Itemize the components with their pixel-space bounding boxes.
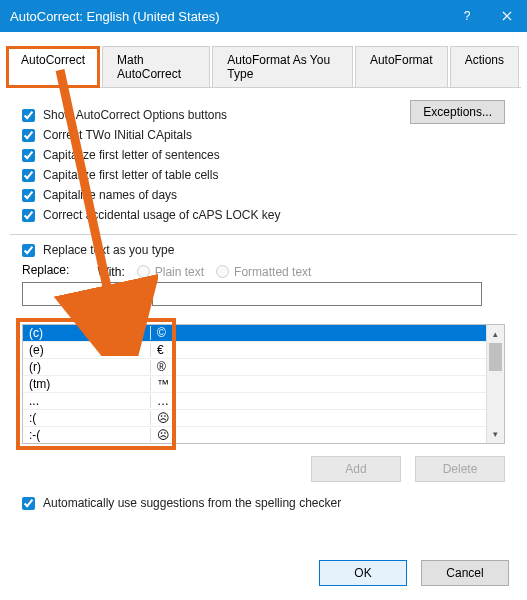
list-cell-from: (c) <box>23 326 151 340</box>
tab-autocorrect[interactable]: AutoCorrect <box>6 46 100 88</box>
list-cell-from: :-( <box>23 428 151 442</box>
tab-bar: AutoCorrect Math AutoCorrect AutoFormat … <box>6 46 521 88</box>
dialog-footer: OK Cancel <box>319 560 509 586</box>
add-button[interactable]: Add <box>311 456 401 482</box>
scroll-down-icon[interactable]: ▾ <box>487 425 504 443</box>
scroll-up-icon[interactable]: ▴ <box>487 325 504 343</box>
check-days[interactable]: Capitalize names of days <box>22 188 505 202</box>
close-icon[interactable] <box>487 0 527 32</box>
checkbox-label: Capitalize names of days <box>43 188 177 202</box>
check-replace-as-type[interactable]: Replace text as you type <box>22 243 505 257</box>
divider <box>10 234 517 235</box>
checkbox[interactable] <box>22 497 35 510</box>
scroll-thumb[interactable] <box>489 343 502 371</box>
list-cell-to: ☹ <box>151 428 170 442</box>
list-cell-from: :( <box>23 411 151 425</box>
check-two-initial[interactable]: Correct TWo INitial CApitals <box>22 128 505 142</box>
scrollbar[interactable]: ▴ ▾ <box>486 325 504 443</box>
list-row[interactable]: :( ☹ <box>23 410 486 427</box>
replace-labels-row: Replace: With: Plain text Formatted text <box>22 263 505 280</box>
list-cell-from: ... <box>23 394 151 408</box>
window-controls: ? <box>447 0 527 32</box>
checkbox[interactable] <box>22 149 35 162</box>
checkbox-label: Correct TWo INitial CApitals <box>43 128 192 142</box>
list-cell-to: ™ <box>151 377 169 391</box>
checkbox[interactable] <box>22 129 35 142</box>
list-row[interactable]: (r) ® <box>23 359 486 376</box>
with-input[interactable] <box>152 282 482 306</box>
list-cell-to: € <box>151 343 164 357</box>
replace-label: Replace: <box>22 263 69 277</box>
titlebar: AutoCorrect: English (United States) ? <box>0 0 527 32</box>
list-cell-to: ® <box>151 360 166 374</box>
dialog-body: Show AutoCorrect Options buttons Correct… <box>0 88 527 510</box>
delete-button[interactable]: Delete <box>415 456 505 482</box>
list-cell-to: … <box>151 394 169 408</box>
window-title: AutoCorrect: English (United States) <box>10 9 220 24</box>
radio-label: Plain text <box>155 265 204 279</box>
list-rows[interactable]: (c) © (e) € (r) ® (tm) ™ ... … <box>23 325 486 443</box>
replacement-list-wrap: (c) © (e) € (r) ® (tm) ™ ... … <box>22 324 505 444</box>
list-row[interactable]: (e) € <box>23 342 486 359</box>
check-first-cell[interactable]: Capitalize first letter of table cells <box>22 168 505 182</box>
list-row[interactable]: :-( ☹ <box>23 427 486 443</box>
tab-actions[interactable]: Actions <box>450 46 519 87</box>
checkbox-label: Automatically use suggestions from the s… <box>43 496 341 510</box>
tab-autoformat-as-you-type[interactable]: AutoFormat As You Type <box>212 46 353 87</box>
checkbox[interactable] <box>22 189 35 202</box>
checkbox-label: Show AutoCorrect Options buttons <box>43 108 227 122</box>
checkbox[interactable] <box>22 209 35 222</box>
list-cell-to: © <box>151 326 166 340</box>
list-row[interactable]: (c) © <box>23 325 486 342</box>
radio-plain-text[interactable]: Plain text <box>137 265 204 279</box>
checkbox[interactable] <box>22 169 35 182</box>
checkbox[interactable] <box>22 244 35 257</box>
radio-input[interactable] <box>137 265 150 278</box>
with-label: With: <box>97 265 124 279</box>
list-row[interactable]: ... … <box>23 393 486 410</box>
replace-input[interactable] <box>22 282 150 306</box>
check-caps-lock[interactable]: Correct accidental usage of cAPS LOCK ke… <box>22 208 505 222</box>
replacement-list[interactable]: (c) © (e) € (r) ® (tm) ™ ... … <box>22 324 505 444</box>
replace-inputs-row <box>22 282 505 306</box>
list-cell-from: (r) <box>23 360 151 374</box>
cancel-button[interactable]: Cancel <box>421 560 509 586</box>
checkbox-label: Capitalize first letter of table cells <box>43 168 218 182</box>
exceptions-button[interactable]: Exceptions... <box>410 100 505 124</box>
radio-formatted-text[interactable]: Formatted text <box>216 265 311 279</box>
tab-math-autocorrect[interactable]: Math AutoCorrect <box>102 46 210 87</box>
ok-button[interactable]: OK <box>319 560 407 586</box>
list-cell-from: (tm) <box>23 377 151 391</box>
checkbox[interactable] <box>22 109 35 122</box>
radio-label: Formatted text <box>234 265 311 279</box>
list-actions-row: Add Delete <box>22 456 505 482</box>
tab-autoformat[interactable]: AutoFormat <box>355 46 448 87</box>
list-cell-from: (e) <box>23 343 151 357</box>
list-row[interactable]: (tm) ™ <box>23 376 486 393</box>
check-first-sentence[interactable]: Capitalize first letter of sentences <box>22 148 505 162</box>
list-cell-to: ☹ <box>151 411 170 425</box>
radio-input[interactable] <box>216 265 229 278</box>
checkbox-label: Capitalize first letter of sentences <box>43 148 220 162</box>
checkbox-label: Correct accidental usage of cAPS LOCK ke… <box>43 208 280 222</box>
checkbox-label: Replace text as you type <box>43 243 174 257</box>
help-icon[interactable]: ? <box>447 0 487 32</box>
check-auto-suggest[interactable]: Automatically use suggestions from the s… <box>22 496 505 510</box>
